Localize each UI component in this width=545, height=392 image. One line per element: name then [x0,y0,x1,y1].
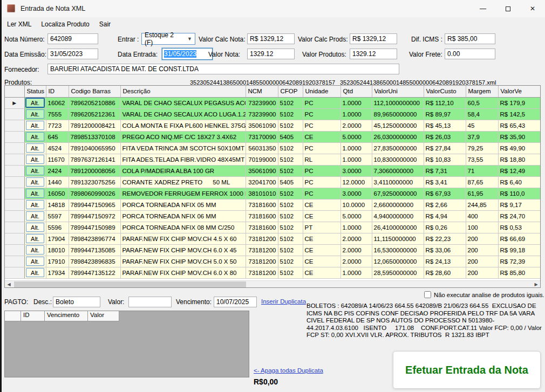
row-selector-cell[interactable] [5,165,24,176]
valor-calc-nota-input[interactable] [247,33,295,44]
row-selector-cell[interactable] [5,108,24,120]
product-row[interactable]: Alt. 16050 7898060990026 REMOVEDOR FERRU… [5,188,540,199]
fornecedor-input[interactable] [47,64,399,74]
entrar-select[interactable]: Estoque 2 (F) ▼ [141,33,195,45]
product-row[interactable]: Alt. 18010 7899447135085 PARAF.NEW FIX C… [5,244,540,256]
alt-button[interactable]: Alt. [26,234,44,243]
row-selector-cell[interactable] [5,267,24,278]
cell-valoruni: 112,1000000000 [372,97,424,108]
product-row[interactable]: Alt. 17904 7898423896774 PARAF.NEW FIX C… [5,233,540,244]
menu-localiza-produto[interactable]: Localiza Produto [36,18,94,30]
product-row[interactable]: Alt. 7555 7896205212361 VARAL DE CHAO SE… [5,108,540,120]
cell-id: 645 [46,131,69,142]
col-valoruni[interactable]: ValorUni [372,86,424,97]
efetuar-entrada-button[interactable]: Efetuar Entrada da Nota [393,351,541,389]
alt-button[interactable]: Alt. [26,166,44,175]
row-selector-cell[interactable]: ▶ [5,97,24,108]
alt-button[interactable]: Alt. [26,245,44,255]
valor-input[interactable] [128,297,172,307]
alt-button[interactable]: Alt. [26,143,44,153]
cell-unidade: PC [303,176,340,188]
alt-button[interactable]: Alt. [26,257,44,266]
apaga-duplicatas-link[interactable]: <- Apaga todas Duplicata [254,367,323,374]
product-row[interactable]: Alt. 11670 7897637126141 FITA ADES.TELAD… [5,154,540,165]
product-row[interactable]: Alt. 17910 7898423896835 PARAF.NEW FIX C… [5,256,540,267]
col-margem[interactable]: Margem [466,86,498,97]
alt-button[interactable]: Alt. [26,109,44,119]
col-ncm[interactable]: NCM [246,86,278,97]
row-selector-cell[interactable] [5,199,24,210]
col-barras[interactable]: Codigo Barras [69,86,120,97]
cell-barras: 7898060990026 [69,188,120,199]
col-valorcusto[interactable]: ValorCusto [424,86,466,97]
row-selector-cell[interactable] [5,256,24,267]
dif-icms-input[interactable] [445,33,495,44]
scrollbar-thumb[interactable] [14,281,246,287]
minimize-button[interactable]: — [471,0,495,17]
valor-frete-input[interactable] [445,49,495,59]
close-button[interactable]: ✕ [520,0,545,17]
alt-button[interactable]: Alt. [26,98,44,107]
row-selector-cell[interactable] [5,176,24,188]
product-row[interactable]: Alt. 645 7898513370108 PREGO ACO NIQ.MF … [5,131,540,142]
alt-button[interactable]: Alt. [26,223,44,232]
product-row[interactable]: Alt. 17934 7899447135122 PARAF.NEW FIX C… [5,267,540,278]
desc-input[interactable] [53,297,100,307]
product-row[interactable]: Alt. 1440 7891323075256 CORANTE XADREZ P… [5,176,540,188]
alt-button[interactable]: Alt. [26,132,44,141]
col-id[interactable]: ID [46,86,69,97]
data-entrada-input[interactable]: 31/05/2023 [162,48,213,60]
col-descricao[interactable]: Descrição [120,86,246,97]
product-row[interactable]: Alt. 2424 7891200008056 COLA P/MADEIRA A… [5,165,540,176]
menu-ler-xml[interactable]: Ler XML [2,18,36,30]
row-selector-cell[interactable] [5,142,24,154]
menu-sair[interactable]: Sair [94,18,115,30]
row-selector-cell[interactable] [5,188,24,199]
cell-ncm: 73181600 [246,210,278,222]
valor-calc-prods-input[interactable] [350,33,397,44]
alt-button[interactable]: Alt. [26,189,44,198]
scroll-right-icon[interactable]: ▶ [532,281,540,287]
alt-button[interactable]: Alt. [26,177,44,187]
row-selector-cell[interactable] [5,154,24,165]
col-cfop[interactable]: CFOP [278,86,303,97]
inserir-duplicata-link[interactable]: Inserir Duplicata [261,298,306,305]
scroll-left-icon[interactable]: ◀ [5,281,13,287]
skip-analysis-checkbox[interactable] [424,291,431,298]
valor-nota-input[interactable] [247,49,295,59]
col-qtd[interactable]: Qtd [340,86,372,97]
valor-produtos-input[interactable] [350,49,397,59]
vencimento-input[interactable] [214,297,257,307]
data-emissao-input[interactable] [47,49,98,59]
cell-unidade: PT [303,222,340,233]
cell-valorcusto: R$ 7,31 [424,165,466,176]
row-selector-cell[interactable] [5,244,24,256]
col-unidade[interactable]: Unidade [303,86,340,97]
vencimento-label: Vencimento: [176,298,212,306]
row-selector-cell[interactable] [5,131,24,142]
alt-button[interactable]: Alt. [26,211,44,221]
cell-valorcusto: R$ 24,13 [424,256,466,267]
horizontal-scrollbar[interactable]: ◀ ▶ [5,280,540,287]
product-row[interactable]: Alt. 4524 7891040065950 FITA VEDA TRINCA… [5,142,540,154]
row-selector-cell[interactable] [5,222,24,233]
product-row[interactable]: Alt. 5597 7899447150972 PORCA TORNEADA N… [5,210,540,222]
product-row[interactable]: ▶ Alt. 16062 7896205210886 VARAL DE CHAO… [5,97,540,108]
col-valorvenda[interactable]: ValorVe [498,86,540,97]
cell-valorvenda: R$ 72,39 [498,256,540,267]
alt-button[interactable]: Alt. [26,155,44,164]
maximize-button[interactable] [495,0,520,17]
product-row[interactable]: Alt. 5596 7899447150989 PORCA TORNEADA N… [5,222,540,233]
alt-button[interactable]: Alt. [26,268,44,277]
col-status[interactable]: Status [24,86,46,97]
row-selector-cell[interactable] [5,233,24,244]
product-row[interactable]: Alt. 14818 7899447150965 PORCA TORNEADA … [5,199,540,210]
alt-button[interactable]: Alt. [26,200,44,209]
nota-numero-input[interactable] [47,33,98,44]
row-selector-cell[interactable] [5,210,24,222]
products-table: Status ID Codigo Barras Descrição NCM CF… [5,86,541,279]
row-selector-cell[interactable] [5,120,24,131]
product-row[interactable]: Alt. 7723 7891200008421 COLA MONTA E FIX… [5,120,540,131]
alt-button[interactable]: Alt. [26,121,44,130]
cell-valoruni: 26,0300000000 [372,131,424,142]
